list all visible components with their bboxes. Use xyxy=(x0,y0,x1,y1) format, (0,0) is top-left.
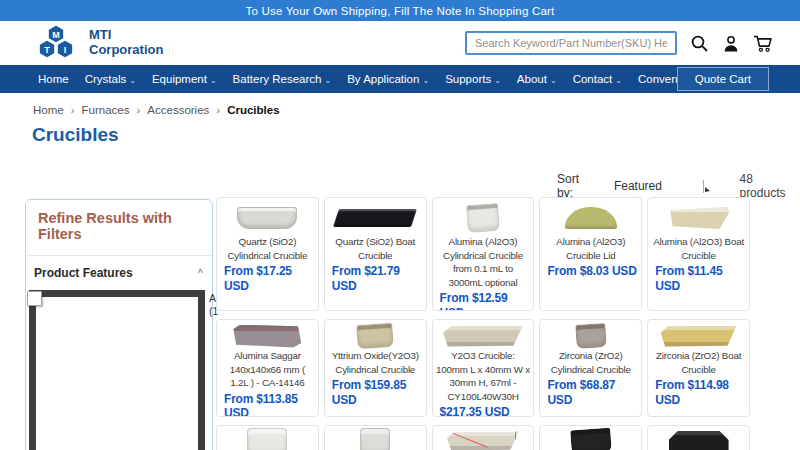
alumina-cup-icon xyxy=(466,203,500,233)
nav-item-label: About xyxy=(517,73,547,85)
product-price: From $159.85 USD xyxy=(332,378,423,407)
product-image xyxy=(651,430,746,450)
product-image xyxy=(436,324,531,348)
nav-item-label: By Application xyxy=(347,73,419,85)
product-image xyxy=(328,202,423,234)
breadcrumb-item-crucibles: Crucibles xyxy=(227,104,279,116)
sort-toolbar: Sort by: Featured 48 products xyxy=(557,172,800,200)
bn-cylinder-icon xyxy=(247,428,287,450)
product-card[interactable]: Graphite Ingot Molds xyxy=(647,425,750,450)
product-card[interactable]: Quartz (SiO2) Cylindrical CrucibleFrom $… xyxy=(216,197,319,311)
product-image xyxy=(651,202,746,234)
product-grid: Quartz (SiO2) Cylindrical CrucibleFrom $… xyxy=(216,197,750,450)
filter-image-placeholder xyxy=(29,290,205,450)
account-icon[interactable] xyxy=(722,34,740,53)
product-card[interactable]: 30 mmMgO Boat 100 L x 50W xyxy=(432,425,535,450)
filter-options: Al (1Al xyxy=(26,288,212,450)
filter-section-label: Product Features xyxy=(34,266,133,280)
product-card[interactable]: Yttrium Oxide(Y2O3) Cylindrical Crucible… xyxy=(324,319,427,417)
product-card[interactable]: Alumina (Al2O3) Cylindrical Crucible fro… xyxy=(432,197,535,311)
product-price: From $114.98 USD xyxy=(655,378,746,407)
sort-select[interactable]: Featured xyxy=(614,179,703,193)
chevron-down-icon: ⌄ xyxy=(550,76,557,85)
search-input[interactable] xyxy=(473,36,669,50)
zirconia-cup-icon xyxy=(575,323,607,349)
sort-dropdown-arrow-icon[interactable] xyxy=(703,180,713,193)
product-name: Alumina (Al2O3) Cylindrical Crucible fro… xyxy=(436,235,531,289)
product-name: Quartz (SiO2) Boat Crucible xyxy=(328,235,423,262)
product-name: Alumina Saggar 140x140x66 mm ( 1.2L ) - … xyxy=(220,349,315,390)
product-card[interactable]: Y2O3 Crucible: 100mm L x 40mm W x 30mm H… xyxy=(432,319,535,417)
product-image xyxy=(328,430,423,450)
product-image: 30 mm xyxy=(436,430,531,450)
product-image xyxy=(543,202,638,234)
dimension-label: 30 mm xyxy=(515,427,532,440)
search-box xyxy=(465,31,677,55)
nav-item-supports[interactable]: Supports⌄ xyxy=(437,65,509,93)
product-card[interactable]: Boron Nitride (BN) xyxy=(216,425,319,450)
sort-by-label: Sort by: xyxy=(557,172,597,200)
product-card[interactable]: Quartz (SiO2) Boat CrucibleFrom $21.79 U… xyxy=(324,197,427,311)
nav-item-home[interactable]: Home xyxy=(30,65,77,93)
nav-item-crystals[interactable]: Crystals⌄ xyxy=(77,65,144,93)
brand-logo[interactable]: M T I MTI Corporation xyxy=(30,23,163,63)
dimension-accent-line xyxy=(235,329,298,342)
nav-item-equipment[interactable]: Equipment⌄ xyxy=(144,65,225,93)
filter-sidebar-heading: Refine Results with Filters xyxy=(38,210,200,242)
product-card[interactable]: Graphite Cylindrical xyxy=(539,425,642,450)
breadcrumb-separator: › xyxy=(71,104,75,116)
y2o3-boat-icon xyxy=(443,326,523,347)
chevron-down-icon: ⌄ xyxy=(422,76,429,85)
product-card[interactable]: Alumina Saggar 140x140x66 mm ( 1.2L ) - … xyxy=(216,319,319,417)
breadcrumb-item-home[interactable]: Home xyxy=(33,104,64,116)
breadcrumb-separator: › xyxy=(136,104,140,116)
product-price: From $68.87 USD xyxy=(547,378,638,407)
cart-icon[interactable] xyxy=(753,34,774,53)
mgo-boat-icon: 30 mm xyxy=(447,432,519,450)
filter-sidebar: Refine Results with Filters Product Feat… xyxy=(25,199,213,450)
collapse-caret-icon[interactable]: ^ xyxy=(198,267,203,279)
nav-item-about[interactable]: About⌄ xyxy=(509,65,565,93)
filter-option: Al (1 xyxy=(26,288,212,450)
brand-name: MTI Corporation xyxy=(89,28,163,57)
product-card[interactable]: Zirconia (ZrO2) Cylindrical CrucibleFrom… xyxy=(539,319,642,417)
nav-item-by-application[interactable]: By Application⌄ xyxy=(339,65,437,93)
product-name: Yttrium Oxide(Y2O3) Cylindrical Crucible xyxy=(328,349,423,376)
svg-text:T: T xyxy=(44,45,50,55)
quote-cart-button[interactable]: Quote Cart xyxy=(677,67,769,91)
product-image xyxy=(220,324,315,348)
product-name: Quartz (SiO2) Cylindrical Crucible xyxy=(220,235,315,262)
product-image xyxy=(328,324,423,348)
filter-checkbox[interactable] xyxy=(27,291,42,306)
product-card[interactable]: Zirconia (ZrO2) Boat CrucibleFrom $114.9… xyxy=(647,319,750,417)
chevron-down-icon: ⌄ xyxy=(494,76,501,85)
filter-section-header[interactable]: Product Features ^ xyxy=(26,256,212,286)
product-card[interactable]: Magnesium Oxide xyxy=(324,425,427,450)
nav-item-contact[interactable]: Contact⌄ xyxy=(565,65,630,93)
product-image xyxy=(543,430,638,450)
nav-item-label: Equipment xyxy=(152,73,207,85)
breadcrumb-item-furnaces[interactable]: Furnaces xyxy=(82,104,130,116)
product-price: From $113.85 USD xyxy=(224,392,315,417)
mgo-cylinder-icon xyxy=(360,428,390,450)
alumina-saggar-icon xyxy=(233,325,301,348)
product-image xyxy=(651,324,746,348)
nav-item-label: Contact xyxy=(573,73,613,85)
product-card[interactable]: Alumina (Al2O3) Boat CrucibleFrom $11.45… xyxy=(647,197,750,311)
page-title: Crucibles xyxy=(32,124,119,146)
nav-item-label: Battery Research xyxy=(233,73,322,85)
chevron-down-icon: ⌄ xyxy=(615,76,622,85)
product-name: Alumina (Al2O3) Crucible Lid xyxy=(543,235,638,262)
product-name: Zirconia (ZrO2) Cylindrical Crucible xyxy=(543,349,638,376)
yttrium-cup-icon xyxy=(356,323,394,349)
header: M T I MTI Corporation xyxy=(0,21,800,65)
product-card[interactable]: Alumina (Al2O3) Crucible LidFrom $8.03 U… xyxy=(539,197,642,311)
nav-item-battery-research[interactable]: Battery Research⌄ xyxy=(225,65,340,93)
search-icon[interactable] xyxy=(690,34,709,53)
product-image xyxy=(543,324,638,348)
product-price: $217.35 USD xyxy=(440,405,531,417)
product-price: From $21.79 USD xyxy=(332,264,423,293)
alumina-boat-icon xyxy=(668,207,730,229)
dimension-accent-line xyxy=(445,430,487,448)
breadcrumb-item-accessories[interactable]: Accessories xyxy=(147,104,209,116)
